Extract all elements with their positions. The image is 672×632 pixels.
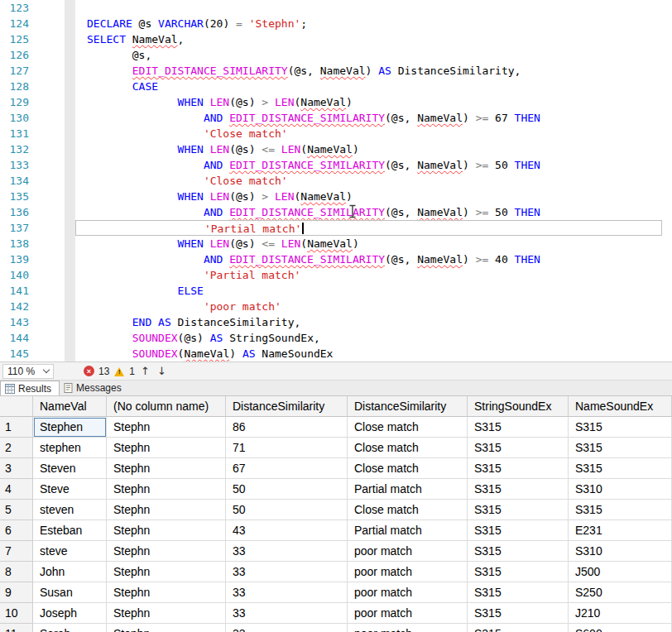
code-text[interactable]: 'poor match'	[75, 299, 662, 314]
table-cell[interactable]: S315	[468, 520, 569, 541]
table-cell[interactable]: Joseph	[33, 603, 107, 624]
table-cell[interactable]: Stephn	[107, 500, 226, 520]
column-header[interactable]: NameSoundEx	[569, 396, 672, 417]
code-text[interactable]: SOUNDEX(@s) AS StringSoundEx,	[75, 330, 662, 346]
table-cell[interactable]: steven	[33, 500, 107, 520]
row-number[interactable]: 2	[0, 438, 33, 458]
table-cell[interactable]: John	[33, 562, 107, 582]
table-cell[interactable]: Stephn	[107, 562, 226, 582]
column-header[interactable]: StringSoundEx	[468, 396, 569, 417]
table-cell[interactable]: Stephen	[33, 417, 107, 438]
row-number[interactable]: 9	[0, 582, 33, 603]
column-header[interactable]: (No column name)	[107, 396, 226, 417]
row-number[interactable]: 3	[0, 458, 33, 479]
code-text[interactable]: SELECT NameVal,	[75, 31, 662, 47]
table-cell[interactable]: S600	[569, 624, 672, 632]
table-cell[interactable]: Stephn	[107, 438, 226, 458]
table-cell[interactable]: poor match	[348, 541, 468, 562]
table-cell[interactable]: 33	[226, 624, 348, 632]
code-text[interactable]: CASE	[75, 79, 662, 94]
column-header[interactable]: DistanceSimilarity	[226, 396, 348, 417]
table-cell[interactable]: Stephn	[107, 520, 226, 541]
code-text[interactable]: END AS DistanceSimilarity,	[75, 314, 662, 330]
code-text[interactable]: AND EDIT_DISTANCE_SIMILARITY(@s, NameVal…	[75, 157, 662, 173]
table-cell[interactable]: E231	[569, 520, 672, 541]
row-number[interactable]: 6	[0, 520, 33, 541]
table-cell[interactable]: poor match	[348, 603, 468, 624]
code-text[interactable]	[75, 0, 662, 16]
table-cell[interactable]: 86	[226, 417, 348, 438]
row-number[interactable]: 1	[0, 417, 33, 438]
table-cell[interactable]: S315	[468, 479, 569, 500]
row-number[interactable]: 5	[0, 500, 33, 520]
table-cell[interactable]: 50	[226, 479, 348, 500]
table-cell[interactable]: S315	[468, 582, 569, 603]
error-icon[interactable]: ×	[84, 366, 94, 376]
tab-messages[interactable]: Messages	[60, 381, 129, 395]
table-cell[interactable]: Esteban	[33, 520, 107, 541]
code-text[interactable]: AND EDIT_DISTANCE_SIMILARITY(@s, NameVal…	[75, 204, 662, 220]
code-text[interactable]: AND EDIT_DISTANCE_SIMILARITY(@s, NameVal…	[75, 110, 662, 126]
code-text[interactable]: WHEN LEN(@s) > LEN(NameVal)	[75, 94, 662, 110]
table-cell[interactable]: 33	[226, 562, 348, 582]
table-cell[interactable]: S315	[468, 541, 569, 562]
zoom-dropdown[interactable]: 110 %	[2, 364, 54, 379]
table-cell[interactable]: S250	[569, 582, 672, 603]
table-cell[interactable]: S315	[468, 562, 569, 582]
table-cell[interactable]: S310	[569, 479, 672, 500]
table-cell[interactable]: 50	[226, 500, 348, 520]
column-header[interactable]: NameVal	[33, 396, 107, 417]
table-cell[interactable]: Steven	[33, 458, 107, 479]
code-text[interactable]: SOUNDEX(NameVal) AS NameSoundEx	[75, 346, 662, 361]
code-text[interactable]: WHEN LEN(@s) <= LEN(NameVal)	[75, 236, 662, 251]
table-cell[interactable]: Stephn	[107, 624, 226, 632]
table-cell[interactable]: Close match	[348, 500, 468, 520]
table-cell[interactable]: S315	[569, 458, 672, 479]
table-cell[interactable]: Close match	[348, 438, 468, 458]
sql-editor[interactable]: 123124DECLARE @s VARCHAR(20) = 'Stephn';…	[0, 0, 672, 361]
table-cell[interactable]: S315	[468, 438, 569, 458]
code-text[interactable]: WHEN LEN(@s) <= LEN(NameVal)	[75, 141, 662, 157]
table-cell[interactable]: S315	[468, 458, 569, 479]
next-issue-arrow[interactable]: ↓	[156, 365, 168, 377]
table-cell[interactable]: 71	[226, 438, 348, 458]
table-cell[interactable]: Stephn	[107, 417, 226, 438]
code-text[interactable]: 'Partial match'	[75, 220, 662, 236]
code-text[interactable]: 'Partial match'	[75, 267, 662, 283]
table-cell[interactable]: Close match	[348, 458, 468, 479]
table-cell[interactable]: Close match	[348, 417, 468, 438]
code-text[interactable]: @s,	[75, 47, 662, 63]
table-cell[interactable]: Susan	[33, 582, 107, 603]
code-text[interactable]: WHEN LEN(@s) > LEN(NameVal)	[75, 189, 662, 204]
table-cell[interactable]: S315	[569, 417, 672, 438]
tab-results[interactable]: Results	[0, 381, 60, 395]
code-text[interactable]: 'Close match'	[75, 173, 662, 189]
warning-icon[interactable]: !	[113, 366, 125, 376]
table-cell[interactable]: 33	[226, 582, 348, 603]
table-cell[interactable]: J500	[569, 562, 672, 582]
table-cell[interactable]: poor match	[348, 624, 468, 632]
table-cell[interactable]: Stephn	[107, 603, 226, 624]
table-cell[interactable]: S315	[468, 500, 569, 520]
code-text[interactable]: EDIT_DISTANCE_SIMILARITY(@s, NameVal) AS…	[75, 63, 662, 79]
previous-issue-arrow[interactable]: ↑	[139, 365, 151, 377]
row-number[interactable]: 10	[0, 603, 33, 624]
row-number[interactable]: 4	[0, 479, 33, 500]
table-cell[interactable]: Stephn	[107, 541, 226, 562]
table-cell[interactable]: poor match	[348, 562, 468, 582]
table-cell[interactable]: 67	[226, 458, 348, 479]
table-cell[interactable]: steve	[33, 541, 107, 562]
table-cell[interactable]: S315	[468, 603, 569, 624]
code-text[interactable]: DECLARE @s VARCHAR(20) = 'Stephn';	[75, 16, 662, 31]
code-text[interactable]: AND EDIT_DISTANCE_SIMILARITY(@s, NameVal…	[75, 251, 662, 267]
table-cell[interactable]: S315	[569, 438, 672, 458]
code-text[interactable]: ELSE	[75, 283, 662, 299]
table-cell[interactable]: stephen	[33, 438, 107, 458]
table-cell[interactable]: S315	[569, 500, 672, 520]
table-cell[interactable]: 33	[226, 603, 348, 624]
table-cell[interactable]: S315	[468, 624, 569, 632]
row-number[interactable]: 7	[0, 541, 33, 562]
code-text[interactable]: 'Close match'	[75, 126, 662, 141]
table-cell[interactable]: J210	[569, 603, 672, 624]
table-cell[interactable]: 43	[226, 520, 348, 541]
